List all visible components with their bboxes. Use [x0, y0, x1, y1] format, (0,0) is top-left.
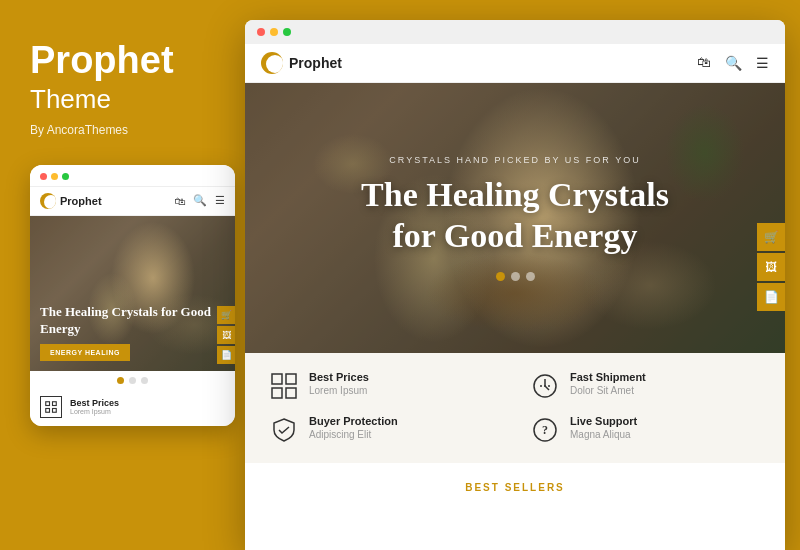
feature-buyer-protection: Buyer Protection Adipiscing Elit — [269, 415, 500, 445]
fast-shipment-icon — [530, 371, 560, 401]
browser-top-bar — [245, 20, 785, 44]
live-support-sub: Magna Aliqua — [570, 429, 637, 440]
buyer-protection-info: Buyer Protection Adipiscing Elit — [309, 415, 398, 440]
mobile-slide-dots — [30, 371, 235, 388]
fast-shipment-title: Fast Shipment — [570, 371, 646, 383]
best-prices-title: Best Prices — [309, 371, 369, 383]
mobile-dot-green — [62, 173, 69, 180]
hero-content: CRYSTALS HAND PICKED BY US FOR YOU The H… — [321, 155, 709, 282]
svg-rect-3 — [53, 408, 57, 412]
mobile-mockup: Prophet 🛍 🔍 ☰ 🛒 🖼 📄 The Healing Crystals… — [30, 165, 235, 426]
mobile-feature-icon — [40, 396, 62, 418]
browser-side-icon-image[interactable]: 🖼 — [757, 253, 785, 281]
svg-rect-1 — [53, 402, 57, 406]
brand-subtitle: Theme — [30, 84, 111, 115]
mobile-logo: Prophet — [40, 193, 102, 209]
browser-side-icon-page[interactable]: 📄 — [757, 283, 785, 311]
hero-subtitle: CRYSTALS HAND PICKED BY US FOR YOU — [361, 155, 669, 165]
svg-text:?: ? — [542, 423, 548, 437]
mobile-nav-icons: 🛍 🔍 ☰ — [174, 194, 225, 207]
browser-side-icon-cart[interactable]: 🛒 — [757, 223, 785, 251]
browser-nav: Prophet 🛍 🔍 ☰ — [245, 44, 785, 83]
mobile-menu-icon[interactable]: ☰ — [215, 194, 225, 207]
browser-bag-icon[interactable]: 🛍 — [697, 55, 711, 71]
mobile-feature-title: Best Prices — [70, 398, 119, 408]
left-panel: Prophet Theme By AncoraThemes Prophet 🛍 … — [0, 0, 245, 550]
hero-dot-3[interactable] — [526, 272, 535, 281]
feature-live-support: ? Live Support Magna Aliqua — [530, 415, 761, 445]
mobile-hero-title: The Healing Crystals for Good Energy — [40, 304, 225, 338]
live-support-icon: ? — [530, 415, 560, 445]
best-prices-info: Best Prices Lorem Ipsum — [309, 371, 369, 396]
svg-rect-6 — [272, 388, 282, 398]
feature-best-prices: Best Prices Lorem Ipsum — [269, 371, 500, 401]
moon-icon — [40, 193, 56, 209]
browser-nav-icons: 🛍 🔍 ☰ — [697, 55, 769, 72]
mobile-hero-text: The Healing Crystals for Good Energy ENE… — [40, 304, 225, 361]
browser-dot-yellow — [270, 28, 278, 36]
buyer-protection-title: Buyer Protection — [309, 415, 398, 427]
mobile-nav: Prophet 🛍 🔍 ☰ — [30, 187, 235, 216]
brand-title: Prophet — [30, 40, 174, 82]
mobile-window-dots — [40, 173, 69, 180]
slide-dot-2[interactable] — [129, 377, 136, 384]
svg-rect-7 — [286, 388, 296, 398]
browser-hero: 🛒 🖼 📄 CRYSTALS HAND PICKED BY US FOR YOU… — [245, 83, 785, 353]
browser-mockup: Prophet 🛍 🔍 ☰ 🛒 🖼 📄 CRYSTALS HAND PICKED… — [245, 20, 785, 550]
browser-logo: Prophet — [261, 52, 342, 74]
svg-rect-5 — [286, 374, 296, 384]
svg-rect-4 — [272, 374, 282, 384]
mobile-top-bar — [30, 165, 235, 187]
buyer-protection-sub: Adipiscing Elit — [309, 429, 398, 440]
mobile-bag-icon[interactable]: 🛍 — [174, 195, 185, 207]
mobile-features: Best Prices Lorem Ipsum — [30, 388, 235, 426]
slide-dot-1[interactable] — [117, 377, 124, 384]
best-prices-sub: Lorem Ipsum — [309, 385, 369, 396]
browser-menu-icon[interactable]: ☰ — [756, 55, 769, 72]
hero-title: The Healing Crystals for Good Energy — [361, 175, 669, 257]
mobile-energy-healing-button[interactable]: ENERGY HEALING — [40, 344, 130, 361]
mobile-hero: 🛒 🖼 📄 The Healing Crystals for Good Ener… — [30, 216, 235, 371]
hero-dot-1[interactable] — [496, 272, 505, 281]
browser-search-icon[interactable]: 🔍 — [725, 55, 742, 72]
live-support-title: Live Support — [570, 415, 637, 427]
features-section: Best Prices Lorem Ipsum Fast Shipment Do… — [245, 353, 785, 463]
slide-dot-3[interactable] — [141, 377, 148, 384]
mobile-feature-sub: Lorem Ipsum — [70, 408, 119, 415]
fast-shipment-info: Fast Shipment Dolor Sit Amet — [570, 371, 646, 396]
browser-right-icons: 🛒 🖼 📄 — [757, 223, 785, 311]
fast-shipment-sub: Dolor Sit Amet — [570, 385, 646, 396]
buyer-protection-icon — [269, 415, 299, 445]
browser-dot-green — [283, 28, 291, 36]
browser-dot-red — [257, 28, 265, 36]
live-support-info: Live Support Magna Aliqua — [570, 415, 637, 440]
best-sellers-section: BEST SELLERS — [245, 463, 785, 505]
best-sellers-label: BEST SELLERS — [465, 482, 565, 493]
svg-rect-0 — [46, 402, 50, 406]
hero-slides — [361, 272, 669, 281]
by-text: By AncoraThemes — [30, 123, 128, 137]
mobile-dot-red — [40, 173, 47, 180]
browser-moon-icon — [261, 52, 283, 74]
mobile-dot-yellow — [51, 173, 58, 180]
best-prices-icon — [269, 371, 299, 401]
hero-dot-2[interactable] — [511, 272, 520, 281]
mobile-feature-text: Best Prices Lorem Ipsum — [70, 398, 119, 415]
mobile-search-icon[interactable]: 🔍 — [193, 194, 207, 207]
svg-rect-2 — [46, 408, 50, 412]
feature-fast-shipment: Fast Shipment Dolor Sit Amet — [530, 371, 761, 401]
